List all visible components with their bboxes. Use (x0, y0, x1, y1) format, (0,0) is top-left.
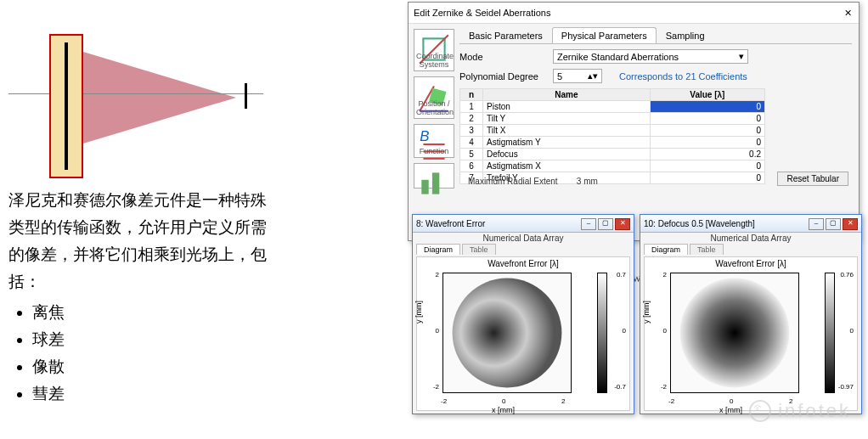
plot-area: Wavefront Error [λ] 2 0 -2 -2 0 2 0.76 0… (644, 256, 858, 411)
tab-table[interactable]: Table (690, 244, 724, 255)
close-icon[interactable]: ✕ (615, 218, 630, 230)
table-row: 4Astigmatism Y0 (460, 137, 765, 149)
description-paragraph: 泽尼克和赛德尔像差元件是一种特殊类型的传输函数，允许用户定义所需的像差，并将它们… (8, 187, 280, 295)
plot-area: Wavefront Error [λ] 2 0 -2 -2 0 2 0.7 0 … (416, 256, 630, 411)
svg-rect-10 (432, 172, 439, 194)
degree-spinner[interactable]: 5▴▾ (553, 69, 602, 83)
svg-point-14 (680, 279, 790, 388)
maximize-icon[interactable]: ▢ (598, 218, 613, 230)
svg-text:B: B (420, 128, 429, 144)
table-row: 6Astigmatism X0 (460, 160, 765, 172)
reset-button[interactable]: Reset Tabular (777, 172, 848, 186)
tab-table[interactable]: Table (462, 244, 496, 255)
mode-combo[interactable]: Zernike Standard Aberrations▾ (553, 49, 748, 64)
tab-basic[interactable]: Basic Parameters (459, 27, 552, 43)
mode-label: Mode (459, 52, 553, 62)
close-icon[interactable]: ✕ (843, 218, 858, 230)
table-row: 1Piston0 (460, 101, 765, 113)
minimize-icon[interactable]: – (809, 218, 824, 230)
chevron-down-icon: ▾ (739, 51, 744, 62)
wavefront-window-2: 10: Defocus 0.5 [Wavelength]–▢✕ Numerica… (640, 214, 862, 414)
table-row: 2Tilt Y0 (460, 113, 765, 125)
svg-rect-9 (421, 180, 428, 194)
watermark: infotek (749, 400, 851, 422)
degree-label: Polynomial Degree (459, 71, 553, 82)
close-icon[interactable]: ✕ (842, 8, 854, 19)
sidebar-item-extra[interactable] (414, 163, 454, 189)
window-subtitle: Numerical Data Array (413, 233, 634, 244)
wavefront-window-1: 8: Wavefront Error–▢✕ Numerical Data Arr… (412, 214, 634, 414)
window-title: 10: Defocus 0.5 [Wavelength] (644, 219, 755, 228)
list-item: 彗差 (32, 380, 280, 408)
window-title: 8: Wavefront Error (416, 219, 485, 228)
list-item: 球差 (32, 326, 280, 353)
wechat-icon (749, 400, 771, 422)
aberration-list: 离焦 球差 像散 彗差 (8, 299, 280, 408)
list-item: 离焦 (32, 299, 280, 326)
svg-point-12 (453, 279, 562, 388)
edit-aberrations-dialog: Edit Zernike & Seidel Aberrations ✕ Coor… (408, 2, 860, 241)
table-row: 5Defocus0.2 (460, 149, 765, 160)
table-row: 3Tilt X0 (460, 125, 765, 137)
list-item: 像散 (32, 353, 280, 380)
spinner-icon: ▴▾ (588, 70, 598, 82)
tab-sampling[interactable]: Sampling (657, 27, 714, 43)
tab-physical[interactable]: Physical Parameters (552, 27, 657, 43)
optics-diagram (8, 17, 272, 187)
window-subtitle: Numerical Data Array (640, 233, 861, 244)
tab-bar: Basic Parameters Physical Parameters Sam… (459, 27, 852, 44)
tab-diagram[interactable]: Diagram (416, 244, 460, 255)
minimize-icon[interactable]: – (581, 218, 596, 230)
sidebar-item-coordinate[interactable]: Coordinate Systems (414, 29, 454, 71)
maximize-icon[interactable]: ▢ (826, 218, 841, 230)
coefficients-table[interactable]: nNameValue [λ] 1Piston0 2Tilt Y0 3Tilt X… (459, 88, 765, 184)
description-text: 泽尼克和赛德尔像差元件是一种特殊类型的传输函数，允许用户定义所需的像差，并将它们… (8, 187, 280, 408)
dialog-title: Edit Zernike & Seidel Aberrations (414, 8, 550, 18)
tab-diagram[interactable]: Diagram (644, 244, 688, 255)
sidebar-item-position[interactable]: Position / Orientation (414, 76, 454, 119)
sidebar-item-function[interactable]: BFunction (414, 124, 454, 158)
coefficients-link[interactable]: Corresponds to 21 Coefficients (619, 71, 747, 82)
